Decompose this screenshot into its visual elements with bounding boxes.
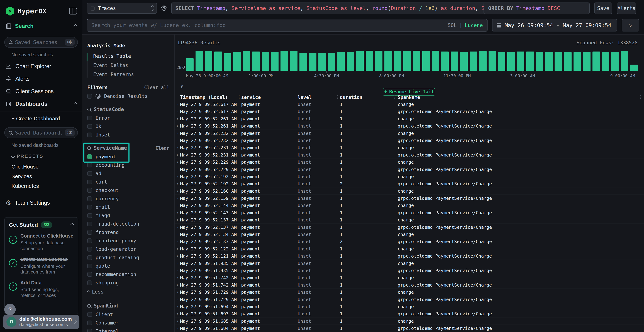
row-expand-chevron[interactable]: › xyxy=(176,160,179,164)
histogram-bar[interactable] xyxy=(186,58,194,71)
histogram-bar[interactable] xyxy=(488,51,496,71)
column-drag-handle[interactable]: ⋮ xyxy=(392,94,397,100)
checkbox[interactable] xyxy=(87,205,92,210)
lucene-search-input[interactable]: Search your events w/ Lucene ex. column:… xyxy=(87,19,488,32)
date-range-picker[interactable]: May 26 09:09:54 - May 27 09:09:54 xyxy=(492,19,617,32)
row-expand-chevron[interactable]: › xyxy=(176,145,179,150)
histogram-bar[interactable] xyxy=(318,52,326,71)
sidebar-item-team-settings[interactable]: ⚙ Team Settings xyxy=(0,196,82,209)
table-row[interactable]: ›May 27 9:09:51.684 AMpaymentUnset1grpc.… xyxy=(174,325,644,332)
histogram-bar[interactable] xyxy=(404,51,411,71)
row-expand-chevron[interactable]: › xyxy=(176,152,179,157)
analysis-mode-results-table[interactable]: Results Table xyxy=(88,52,134,61)
lucene-mode-label[interactable]: Lucene xyxy=(465,22,483,28)
histogram-bar[interactable] xyxy=(470,52,477,71)
column-drag-handle[interactable]: ⋮ xyxy=(335,94,340,100)
sidebar-item-search[interactable]: Search xyxy=(0,19,82,33)
table-row[interactable]: ›May 27 9:09:52.232 AMpaymentUnset1charg… xyxy=(174,130,644,137)
table-row[interactable]: ›May 27 9:09:51.742 AMpaymentUnset1charg… xyxy=(174,274,644,281)
table-row[interactable]: ›May 27 9:09:51.935 AMpaymentUnset1grpc.… xyxy=(174,267,644,274)
row-expand-chevron[interactable]: › xyxy=(176,138,179,142)
analysis-mode-event-deltas[interactable]: Event Deltas xyxy=(88,61,134,70)
histogram-bar[interactable] xyxy=(384,51,392,71)
checkbox[interactable] xyxy=(87,255,92,260)
col-header-duration[interactable]: duration xyxy=(340,95,362,100)
table-row[interactable]: ›May 27 9:09:52.232 AMpaymentUnset1grpc.… xyxy=(174,137,644,144)
events-histogram[interactable]: 28K 0 xyxy=(186,50,638,71)
histogram-bar[interactable] xyxy=(507,52,515,71)
checkbox[interactable] xyxy=(87,272,92,277)
row-expand-chevron[interactable]: › xyxy=(176,182,179,186)
table-row[interactable]: ›May 27 9:09:52.160 AMpaymentUnset1charg… xyxy=(174,188,644,194)
saved-dashboards-input[interactable]: Saved Dashboards ⌘K xyxy=(4,127,78,138)
preset-clickhouse[interactable]: ClickHouse xyxy=(0,162,82,172)
histogram-bar[interactable] xyxy=(394,51,402,71)
alerts-button[interactable]: Alerts xyxy=(617,2,636,14)
filter-option-payment[interactable]: ✓payment xyxy=(82,152,174,161)
histogram-bar[interactable] xyxy=(196,51,203,71)
user-menu[interactable]: D dale@clickhouse.com dale@clickhouse.co… xyxy=(3,315,80,329)
histogram-bar[interactable] xyxy=(328,52,335,71)
histogram-bar[interactable] xyxy=(337,52,345,71)
filter-option-frontend[interactable]: frontend xyxy=(82,228,174,236)
histogram-bar[interactable] xyxy=(290,51,298,71)
chevron-up-icon[interactable] xyxy=(73,102,78,106)
col-header-timestamp[interactable]: Timestamp (Local) xyxy=(180,95,228,100)
histogram-bar[interactable] xyxy=(564,52,572,71)
show-less-toggle[interactable]: Less xyxy=(82,287,174,297)
table-row[interactable]: ›May 27 9:09:52.229 AMpaymentUnset1charg… xyxy=(174,158,644,166)
denoise-checkbox[interactable] xyxy=(87,94,92,98)
presets-toggle[interactable]: PRESETS xyxy=(0,150,82,162)
row-expand-chevron[interactable]: › xyxy=(176,218,179,222)
histogram-bar[interactable] xyxy=(630,64,638,71)
filter-option-frontend-proxy[interactable]: frontend-proxy xyxy=(82,236,174,245)
col-header-service[interactable]: service xyxy=(241,95,261,100)
get-started-step[interactable]: ✓Add DataStart sending logs, metrics, or… xyxy=(9,280,74,298)
row-expand-chevron[interactable]: › xyxy=(176,203,179,208)
source-select[interactable]: Traces xyxy=(87,3,157,14)
sidebar-item-alerts[interactable]: Alerts xyxy=(0,72,82,85)
filter-option-quote[interactable]: quote xyxy=(82,262,174,270)
filter-option-currency[interactable]: currency xyxy=(82,194,174,203)
checkbox[interactable] xyxy=(87,238,92,243)
filter-option-internal[interactable]: Internal xyxy=(82,327,174,332)
table-row[interactable]: ›May 27 9:09:51.729 AMpaymentUnset1charg… xyxy=(174,288,644,296)
clear-all-filters-link[interactable]: Clear all xyxy=(144,85,170,90)
sidebar-item-client-sessions[interactable]: Client Sessions xyxy=(0,85,82,98)
table-row[interactable]: ›May 27 9:09:52.231 AMpaymentUnset1grpc.… xyxy=(174,151,644,158)
denoise-results-toggle[interactable]: Denoise Results xyxy=(82,92,174,100)
source-settings-gear-icon[interactable] xyxy=(161,5,167,12)
row-expand-chevron[interactable]: › xyxy=(176,239,179,244)
histogram-bar[interactable] xyxy=(413,50,420,71)
sql-mode-label[interactable]: SQL xyxy=(448,22,457,28)
histogram-bar[interactable] xyxy=(441,52,449,71)
row-expand-chevron[interactable]: › xyxy=(176,109,179,114)
histogram-bar[interactable] xyxy=(517,52,524,71)
histogram-bar[interactable] xyxy=(243,51,250,71)
histogram-bar[interactable] xyxy=(450,52,458,71)
checkbox[interactable] xyxy=(87,132,92,137)
row-expand-chevron[interactable]: › xyxy=(176,254,179,258)
checkbox[interactable] xyxy=(87,116,92,120)
table-row[interactable]: ›May 27 9:09:51.935 AMpaymentUnset1charg… xyxy=(174,260,644,267)
run-query-button[interactable]: ▷ xyxy=(622,19,639,32)
filter-option-consumer[interactable]: Consumer xyxy=(82,318,174,327)
checkbox[interactable] xyxy=(87,222,92,226)
filter-option-error[interactable]: Error xyxy=(82,114,174,122)
histogram-bar[interactable] xyxy=(252,52,260,71)
histogram-bar[interactable] xyxy=(536,52,543,71)
checkbox[interactable] xyxy=(87,280,92,285)
table-row[interactable]: ›May 27 9:09:52.122 AMpaymentUnset1charg… xyxy=(174,245,644,252)
row-expand-chevron[interactable]: › xyxy=(176,124,179,128)
filter-option-flagd[interactable]: flagd xyxy=(82,211,174,220)
table-row[interactable]: ›May 27 9:09:52.133 AMpaymentUnset2grpc.… xyxy=(174,238,644,245)
checkbox[interactable] xyxy=(87,264,92,268)
checkbox[interactable] xyxy=(87,247,92,252)
save-button[interactable]: Save xyxy=(594,2,612,14)
histogram-bar[interactable] xyxy=(498,52,505,71)
checkbox-checked[interactable]: ✓ xyxy=(87,154,92,159)
histogram-bar[interactable] xyxy=(224,53,231,71)
table-row[interactable]: ›May 27 9:09:52.134 AMpaymentUnset1charg… xyxy=(174,231,644,238)
table-row[interactable]: ›May 27 9:09:52.159 AMpaymentUnset1grpc.… xyxy=(174,194,644,202)
language-toggle[interactable]: SQL | Lucene xyxy=(448,22,483,28)
